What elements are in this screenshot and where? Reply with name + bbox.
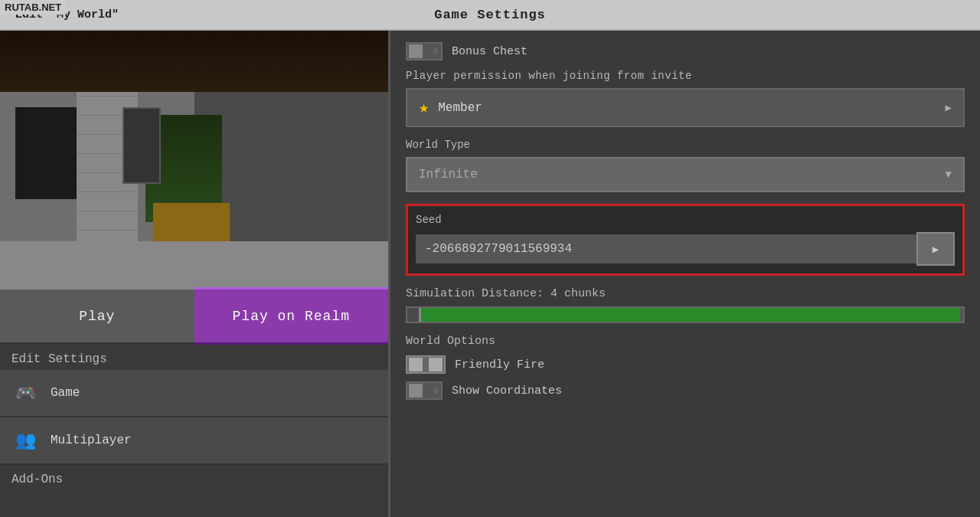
- friendly-fire-knob-left: [409, 358, 423, 371]
- sidebar-item-game[interactable]: 🎮 Game: [0, 370, 388, 417]
- seed-container: Seed ▶: [406, 204, 965, 276]
- show-coordinates-label: Show Coordinates: [452, 384, 562, 398]
- seed-confirm-button[interactable]: ▶: [916, 232, 955, 266]
- seed-input[interactable]: [416, 234, 916, 263]
- show-coordinates-toggle-off: O: [433, 387, 438, 395]
- brand-label: RUTAB.NET: [0, 0, 66, 15]
- sidebar-item-multiplayer-label: Multiplayer: [51, 434, 132, 447]
- show-coordinates-row: O Show Coordinates: [406, 381, 965, 400]
- world-screenshot: [0, 31, 388, 287]
- star-icon: ★: [419, 97, 429, 118]
- world-options-label: World Options: [406, 335, 965, 348]
- game-icon: 🎮: [11, 379, 39, 407]
- world-type-select[interactable]: Infinite ▼: [406, 157, 965, 192]
- simulation-distance-slider[interactable]: [406, 306, 965, 323]
- left-panel: Play Play on Realm Edit Settings 🎮 Game …: [0, 31, 390, 517]
- seed-label: Seed: [416, 214, 955, 226]
- top-bar: Edit "My World" Game Settings: [0, 0, 980, 31]
- show-coordinates-toggle-knob: [409, 384, 423, 398]
- edit-settings-label: Edit Settings: [0, 345, 388, 370]
- main-layout: Play Play on Realm Edit Settings 🎮 Game …: [0, 31, 980, 517]
- bonus-chest-toggle-off: O: [433, 47, 438, 56]
- page-title: Game Settings: [434, 8, 546, 22]
- simulation-distance-fill: [421, 308, 960, 322]
- member-select-left: ★ Member: [419, 97, 482, 118]
- addons-label: Add-Ons: [0, 465, 388, 490]
- seed-arrow-icon: ▶: [933, 243, 939, 256]
- play-on-realm-button[interactable]: Play on Realm: [194, 287, 389, 345]
- mc-scene: [0, 31, 388, 287]
- mc-floor: [0, 241, 388, 287]
- world-type-value: Infinite: [419, 168, 478, 182]
- seed-input-row: ▶: [416, 232, 955, 266]
- sidebar-item-multiplayer[interactable]: 👥 Multiplayer: [0, 417, 388, 465]
- simulation-distance-label: Simulation Distance: 4 chunks: [406, 287, 965, 300]
- bonus-chest-row: O Bonus Chest: [406, 42, 965, 61]
- member-value: Member: [438, 101, 482, 115]
- bonus-chest-toggle-knob: [409, 44, 423, 58]
- permission-chevron-icon: ▶: [946, 101, 952, 114]
- permission-select[interactable]: ★ Member ▶: [406, 88, 965, 127]
- bonus-chest-toggle[interactable]: O: [406, 42, 443, 61]
- friendly-fire-toggle[interactable]: [406, 355, 446, 374]
- world-type-chevron-icon: ▼: [946, 169, 952, 181]
- simulation-distance-thumb: [407, 308, 421, 322]
- mc-character: [122, 107, 161, 184]
- show-coordinates-toggle[interactable]: O: [406, 381, 443, 400]
- bonus-chest-label: Bonus Chest: [452, 45, 528, 58]
- permission-label: Player permission when joining from invi…: [406, 70, 965, 82]
- sidebar-item-game-label: Game: [51, 386, 80, 400]
- friendly-fire-knob-right: [429, 358, 443, 371]
- friendly-fire-row: Friendly Fire: [406, 355, 965, 374]
- mc-ceiling: [0, 31, 388, 92]
- multiplayer-icon: 👥: [11, 427, 39, 454]
- play-button[interactable]: Play: [0, 287, 194, 345]
- play-buttons-container: Play Play on Realm: [0, 287, 388, 345]
- world-type-label: World Type: [406, 139, 965, 151]
- friendly-fire-label: Friendly Fire: [455, 358, 544, 371]
- right-panel: O Bonus Chest Player permission when joi…: [390, 31, 980, 517]
- mc-dark-block: [15, 107, 77, 199]
